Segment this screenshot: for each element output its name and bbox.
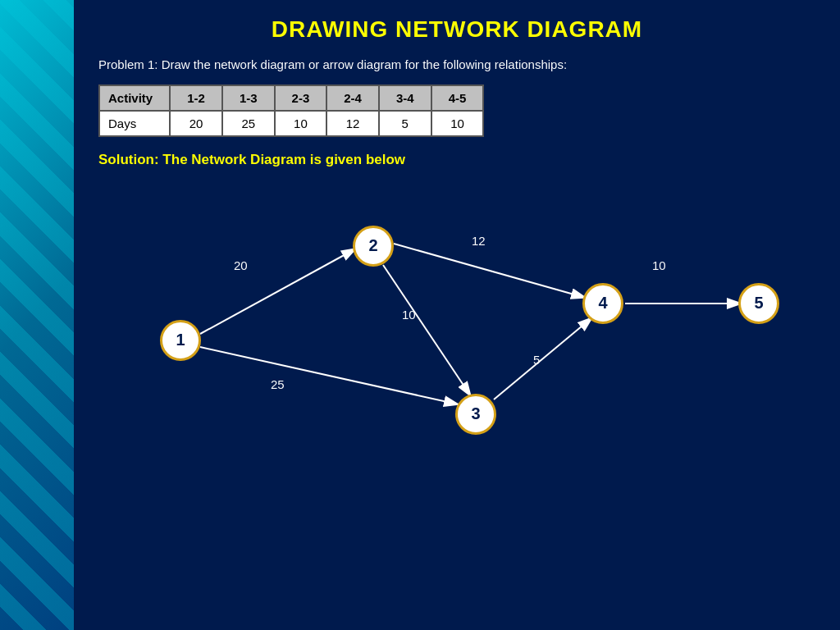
cell-days-4-5: 10 bbox=[431, 111, 484, 136]
col-activity: Activity bbox=[99, 85, 170, 111]
main-content: DRAWING NETWORK DIAGRAM Problem 1: Draw … bbox=[74, 0, 840, 630]
edge-2-4 bbox=[394, 244, 586, 298]
edge-label-2-4: 12 bbox=[472, 234, 486, 248]
col-4-5: 4-5 bbox=[431, 85, 484, 111]
left-decorative-panel bbox=[0, 0, 74, 630]
col-2-3: 2-3 bbox=[275, 85, 327, 111]
edge-label-4-5: 10 bbox=[652, 258, 666, 272]
cell-days-2-3: 10 bbox=[275, 111, 327, 136]
network-diagram: 1 2 3 4 5 20 25 10 12 5 10 bbox=[98, 176, 815, 472]
cell-days-label: Days bbox=[99, 111, 170, 136]
activity-table: Activity 1-2 1-3 2-3 2-4 3-4 4-5 Days 20… bbox=[98, 84, 484, 137]
edge-label-3-4: 5 bbox=[533, 353, 540, 367]
edge-1-3 bbox=[200, 347, 459, 404]
problem-text: Problem 1: Draw the network diagram or a… bbox=[98, 56, 815, 75]
edge-2-3 bbox=[383, 265, 471, 396]
edge-label-1-3: 25 bbox=[271, 377, 285, 391]
solution-text: Solution: The Network Diagram is given b… bbox=[98, 152, 815, 168]
node-4: 4 bbox=[582, 283, 623, 324]
node-5: 5 bbox=[738, 283, 779, 324]
node-1: 1 bbox=[160, 320, 201, 361]
col-1-2: 1-2 bbox=[170, 85, 222, 111]
col-1-3: 1-3 bbox=[222, 85, 275, 111]
edge-1-2 bbox=[200, 249, 356, 334]
node-2: 2 bbox=[353, 226, 394, 267]
edge-label-2-3: 10 bbox=[402, 308, 416, 322]
page-title: DRAWING NETWORK DIAGRAM bbox=[98, 16, 815, 43]
cell-days-1-3: 25 bbox=[222, 111, 275, 136]
cell-days-3-4: 5 bbox=[379, 111, 431, 136]
table-row: Days 20 25 10 12 5 10 bbox=[99, 111, 483, 136]
node-3: 3 bbox=[455, 394, 496, 435]
diagram-svg bbox=[98, 176, 815, 472]
cell-days-1-2: 20 bbox=[170, 111, 222, 136]
edge-label-1-2: 20 bbox=[234, 258, 248, 272]
table-header-row: Activity 1-2 1-3 2-3 2-4 3-4 4-5 bbox=[99, 85, 483, 111]
cell-days-2-4: 12 bbox=[326, 111, 379, 136]
edge-3-4 bbox=[494, 317, 592, 399]
col-3-4: 3-4 bbox=[379, 85, 431, 111]
col-2-4: 2-4 bbox=[326, 85, 379, 111]
